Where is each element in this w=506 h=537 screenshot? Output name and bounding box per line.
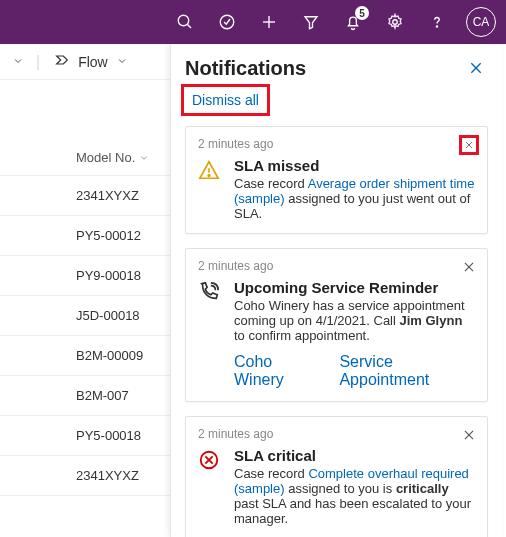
data-grid: Model No. 2341XYXZ PY5-00012 PY9-00018 J… bbox=[0, 140, 170, 496]
column-header-label: Model No. bbox=[76, 150, 135, 165]
dismiss-card-button[interactable] bbox=[459, 425, 479, 445]
cell-model-no: B2M-007 bbox=[76, 388, 129, 403]
table-row[interactable]: B2M-00009 bbox=[0, 336, 170, 376]
notification-text: Case record bbox=[234, 176, 308, 191]
notification-card-sla-missed: 2 minutes ago SLA missed Case record Ave… bbox=[185, 126, 488, 234]
svg-point-0 bbox=[178, 15, 189, 26]
flow-icon bbox=[54, 52, 70, 72]
chevron-down-icon[interactable] bbox=[116, 53, 128, 71]
cell-model-no: 2341XYXZ bbox=[76, 188, 139, 203]
avatar-initials: CA bbox=[473, 15, 490, 29]
dismiss-all-highlight: Dismiss all bbox=[181, 84, 270, 116]
notification-text: Case record bbox=[234, 466, 308, 481]
notification-timestamp: 2 minutes ago bbox=[198, 427, 475, 441]
table-row[interactable]: B2M-007 bbox=[0, 376, 170, 416]
notification-card-service-reminder: 2 minutes ago Upcoming Service Reminder … bbox=[185, 248, 488, 402]
cell-model-no: B2M-00009 bbox=[76, 348, 143, 363]
notification-text: to confirm appointment. bbox=[234, 328, 370, 343]
bell-icon[interactable]: 5 bbox=[334, 3, 372, 41]
add-icon[interactable] bbox=[250, 3, 288, 41]
notification-text: assigned to you is bbox=[285, 481, 396, 496]
warning-icon bbox=[198, 157, 224, 221]
cell-model-no: 2341XYXZ bbox=[76, 468, 139, 483]
service-appointment-link[interactable]: Service Appointment bbox=[339, 353, 475, 389]
notification-text: past SLA and has been escalated to your … bbox=[234, 496, 471, 526]
table-row[interactable]: 2341XYXZ bbox=[0, 456, 170, 496]
gear-icon[interactable] bbox=[376, 3, 414, 41]
table-row[interactable]: PY5-00012 bbox=[0, 216, 170, 256]
notification-timestamp: 2 minutes ago bbox=[198, 259, 475, 273]
notification-title: SLA critical bbox=[234, 447, 475, 464]
notifications-panel: Notifications Dismiss all 2 minutes ago … bbox=[170, 44, 502, 537]
chevron-down-icon bbox=[139, 153, 149, 163]
cell-model-no: J5D-00018 bbox=[76, 308, 140, 323]
cell-model-no: PY5-00018 bbox=[76, 428, 141, 443]
dismiss-all-link[interactable]: Dismiss all bbox=[192, 92, 259, 108]
flow-menu[interactable]: Flow bbox=[78, 54, 108, 70]
help-icon[interactable] bbox=[418, 3, 456, 41]
panel-title: Notifications bbox=[185, 57, 464, 80]
table-row[interactable]: J5D-00018 bbox=[0, 296, 170, 336]
svg-point-2 bbox=[220, 15, 234, 29]
notification-title: SLA missed bbox=[234, 157, 475, 174]
error-icon bbox=[198, 447, 224, 526]
phone-icon bbox=[198, 279, 224, 343]
person-name: Jim Glynn bbox=[400, 313, 463, 328]
coho-winery-link[interactable]: Coho Winery bbox=[234, 353, 319, 389]
filter-icon[interactable] bbox=[292, 3, 330, 41]
svg-point-6 bbox=[436, 26, 437, 27]
search-icon[interactable] bbox=[166, 3, 204, 41]
emphasis: critically bbox=[396, 481, 449, 496]
column-header-model-no[interactable]: Model No. bbox=[0, 140, 170, 176]
table-row[interactable]: PY5-00018 bbox=[0, 416, 170, 456]
chevron-down-icon[interactable] bbox=[8, 53, 28, 71]
user-avatar[interactable]: CA bbox=[466, 7, 496, 37]
app-topbar: 5 CA bbox=[0, 0, 506, 44]
cell-model-no: PY5-00012 bbox=[76, 228, 141, 243]
command-bar: | Flow bbox=[0, 44, 180, 80]
notification-card-sla-critical: 2 minutes ago SLA critical Case record C… bbox=[185, 416, 488, 537]
svg-line-1 bbox=[187, 24, 191, 28]
notification-badge: 5 bbox=[355, 6, 369, 20]
close-panel-button[interactable] bbox=[464, 56, 488, 80]
notification-title: Upcoming Service Reminder bbox=[234, 279, 475, 296]
task-icon[interactable] bbox=[208, 3, 246, 41]
dismiss-card-button[interactable] bbox=[459, 257, 479, 277]
dismiss-card-button[interactable] bbox=[459, 135, 479, 155]
notification-timestamp: 2 minutes ago bbox=[198, 137, 475, 151]
cell-model-no: PY9-00018 bbox=[76, 268, 141, 283]
svg-point-5 bbox=[393, 20, 398, 25]
table-row[interactable]: 2341XYXZ bbox=[0, 176, 170, 216]
svg-point-12 bbox=[208, 175, 210, 177]
table-row[interactable]: PY9-00018 bbox=[0, 256, 170, 296]
